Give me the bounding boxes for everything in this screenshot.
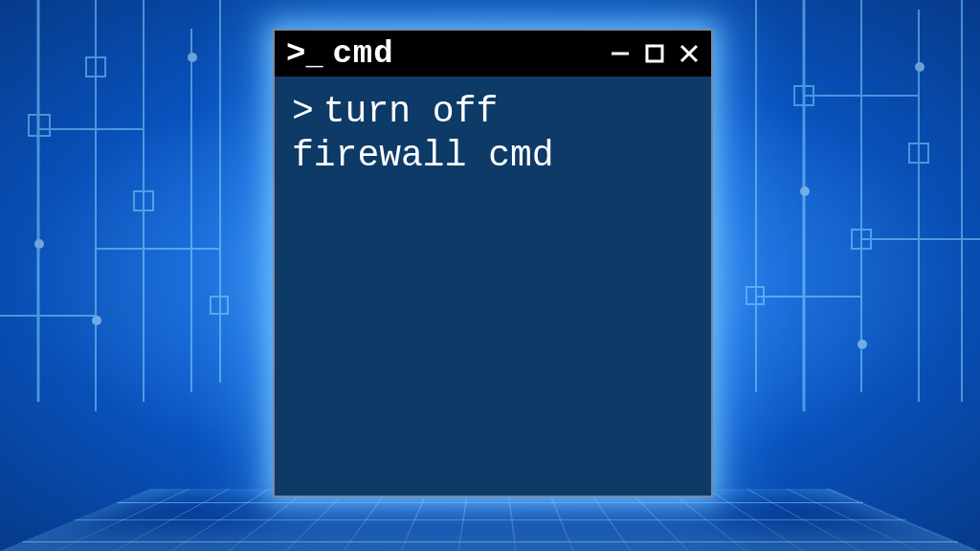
minimize-button[interactable]: [608, 41, 633, 66]
svg-point-11: [188, 53, 197, 62]
svg-rect-20: [794, 86, 813, 105]
close-icon: [679, 43, 700, 64]
window-controls: [608, 41, 702, 66]
maximize-icon: [644, 43, 665, 64]
svg-point-24: [800, 187, 810, 196]
svg-rect-6: [86, 57, 105, 77]
close-button[interactable]: [677, 41, 702, 66]
svg-rect-31: [647, 46, 662, 61]
svg-rect-22: [909, 143, 928, 163]
svg-rect-21: [852, 230, 871, 249]
svg-rect-23: [746, 287, 764, 304]
svg-point-9: [34, 239, 44, 249]
grid-floor-decoration: [0, 489, 980, 551]
terminal-prompt-icon: >_: [286, 37, 321, 70]
svg-point-10: [92, 316, 101, 325]
svg-rect-7: [134, 191, 153, 210]
svg-rect-8: [211, 297, 228, 314]
svg-rect-5: [29, 115, 50, 136]
minimize-icon: [610, 43, 631, 64]
window-title: cmd: [332, 35, 598, 72]
window-titlebar[interactable]: >_ cmd: [275, 31, 711, 77]
terminal-body[interactable]: >turn off firewall cmd: [275, 77, 711, 192]
terminal-window[interactable]: >_ cmd >turn off firewall cmd: [273, 29, 713, 497]
command-input-text[interactable]: turn off firewall cmd: [292, 91, 554, 176]
svg-point-26: [858, 340, 867, 349]
maximize-button[interactable]: [642, 41, 667, 66]
svg-point-25: [915, 62, 924, 72]
prompt-character: >: [292, 91, 314, 132]
